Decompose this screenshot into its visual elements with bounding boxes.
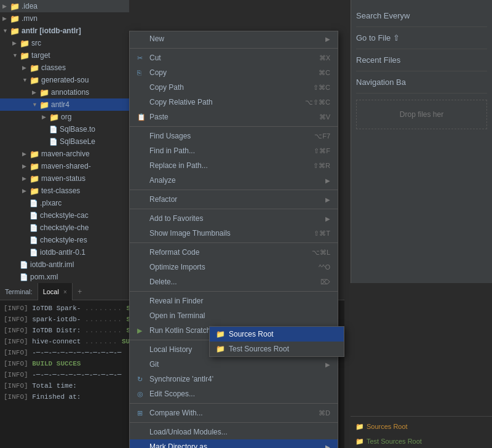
tree-pomxml[interactable]: ▶ 📄 pom.xml bbox=[0, 271, 129, 283]
menu-local-history-label: Local History bbox=[149, 345, 192, 354]
tree-src[interactable]: ▶ 📁 src bbox=[0, 37, 129, 49]
tree-maven-shared[interactable]: ▶ 📁 maven-shared- bbox=[0, 160, 129, 172]
menu-find-path[interactable]: Find in Path... ⇧⌘F bbox=[130, 143, 338, 158]
tree-antlr4-label: antlr4 bbox=[51, 100, 69, 109]
menu-compare[interactable]: ⊞ Compare With... ⌘D bbox=[130, 406, 338, 420]
submenu-sources-root[interactable]: 📁 Sources Root bbox=[210, 327, 344, 342]
menu-paste[interactable]: 📋 Paste ⌘V bbox=[130, 110, 338, 124]
copy-path-shortcut: ⇧⌘C bbox=[313, 84, 330, 92]
menu-mark-directory[interactable]: Mark Directory as ▶ bbox=[130, 439, 338, 448]
tree-plxarc[interactable]: ▶ 📄 .plxarc bbox=[0, 197, 129, 209]
local-tab-label: Local bbox=[43, 288, 59, 295]
menu-replace-path-label: Replace in Path... bbox=[149, 161, 208, 170]
tree-annotations[interactable]: ▶ 📁 annotations bbox=[0, 86, 129, 98]
tree-test-classes[interactable]: ▶ 📁 test-classes bbox=[0, 185, 129, 197]
sources-root-icon: 📁 bbox=[355, 423, 364, 431]
menu-reformat-label: Reformat Code bbox=[149, 248, 199, 257]
menu-copy[interactable]: ⎘ Copy ⌘C bbox=[130, 65, 338, 80]
menu-reveal-finder[interactable]: Reveal in Finder bbox=[130, 294, 338, 308]
menu-find-usages-label: Find Usages bbox=[149, 132, 191, 140]
tree-sqlbase-to[interactable]: ▶ 📄 SqlBase.to bbox=[0, 123, 129, 135]
separator-3 bbox=[130, 190, 338, 190]
tree-iotdb-antlr[interactable]: ▶ 📄 iotdb-antlr-0.1 bbox=[0, 246, 129, 258]
tree-target[interactable]: ▼ 📁 target bbox=[0, 49, 129, 62]
tree-annotations-label: annotations bbox=[51, 88, 89, 97]
tree-checkstyle-cac-label: checkstyle-cac bbox=[40, 211, 89, 220]
tree-antlr4[interactable]: ▼ 📁 antlr4 bbox=[0, 98, 129, 111]
menu-run-kotlin-label: Run Kotlin Scratch bbox=[149, 326, 210, 335]
menu-delete[interactable]: Delete... ⌦ bbox=[130, 274, 338, 289]
menu-replace-path[interactable]: Replace in Path... ⇧⌘R bbox=[130, 158, 338, 173]
tree-antlr-module[interactable]: ▼ 📁 antlr [iotdb-antlr] bbox=[0, 25, 129, 37]
paste-icon: 📋 bbox=[137, 113, 149, 121]
tree-org[interactable]: ▶ 📁 org bbox=[0, 111, 129, 123]
tab-close-icon[interactable]: × bbox=[63, 289, 67, 295]
goto-file-label: Go to File ⇧ bbox=[356, 33, 400, 42]
recent-files-item[interactable]: Recent Files bbox=[356, 49, 487, 71]
tree-maven-status[interactable]: ▶ 📁 maven-status bbox=[0, 172, 129, 185]
menu-analyze[interactable]: Analyze ▶ bbox=[130, 173, 338, 188]
menu-new[interactable]: New ▶ bbox=[130, 31, 338, 46]
menu-cut[interactable]: ✂ Cut ⌘X bbox=[130, 50, 338, 65]
tree-sqlbasele-label: SqlBaseLe bbox=[60, 137, 95, 146]
replace-path-shortcut: ⇧⌘R bbox=[313, 162, 330, 170]
tree-maven-archive[interactable]: ▶ 📁 maven-archive bbox=[0, 148, 129, 160]
tree-generated[interactable]: ▼ 📁 generated-sou bbox=[0, 74, 129, 86]
menu-refactor[interactable]: Refactor ▶ bbox=[130, 192, 338, 207]
tree-checkstyle-che[interactable]: ▶ 📄 checkstyle-che bbox=[0, 222, 129, 234]
goto-file-item[interactable]: Go to File ⇧ bbox=[356, 27, 487, 49]
tree-iotdb-antlr-label: iotdb-antlr-0.1 bbox=[40, 248, 85, 257]
menu-find-usages[interactable]: Find Usages ⌥F7 bbox=[130, 129, 338, 143]
thumbnails-shortcut: ⇧⌘T bbox=[314, 230, 330, 238]
test-sources-root-icon: 📁 bbox=[355, 438, 364, 446]
menu-add-favorites[interactable]: Add to Favorites ▶ bbox=[130, 211, 338, 226]
mark-directory-submenu: 📁 Sources Root 📁 Test Sources Root bbox=[209, 326, 344, 357]
menu-load-modules[interactable]: Load/Unload Modules... bbox=[130, 425, 338, 439]
menu-copy-label: Copy bbox=[149, 68, 167, 77]
tree-org-label: org bbox=[61, 113, 71, 121]
menu-new-label: New bbox=[149, 34, 164, 43]
search-everywhere-item[interactable]: Search Everyw bbox=[356, 5, 487, 27]
tree-classes[interactable]: ▶ 📁 classes bbox=[0, 62, 129, 74]
tree-mvn[interactable]: ▶ 📁 .mvn bbox=[0, 12, 129, 25]
test-sources-root-text: Test Sources Root bbox=[367, 438, 422, 445]
menu-reformat[interactable]: Reformat Code ⌥⌘L bbox=[130, 245, 338, 260]
tree-checkstyle-cac[interactable]: ▶ 📄 checkstyle-cac bbox=[0, 209, 129, 222]
menu-show-thumbnails[interactable]: Show Image Thumbnails ⇧⌘T bbox=[130, 226, 338, 241]
sync-icon: ↻ bbox=[137, 375, 149, 383]
menu-copy-path[interactable]: Copy Path ⇧⌘C bbox=[130, 80, 338, 95]
menu-optimize[interactable]: Optimize Imports ^^O bbox=[130, 260, 338, 274]
favorites-arrow: ▶ bbox=[325, 215, 330, 222]
tree-checkstyle-res[interactable]: ▶ 📄 checkstyle-res bbox=[0, 234, 129, 246]
menu-copy-relative[interactable]: Copy Relative Path ⌥⇧⌘C bbox=[130, 95, 338, 110]
terminal-tab-label: Terminal: bbox=[0, 283, 38, 300]
menu-reveal-finder-label: Reveal in Finder bbox=[149, 297, 203, 305]
menu-git-label: Git bbox=[149, 360, 159, 369]
tree-sqlbasele[interactable]: ▶ 📄 SqlBaseLe bbox=[0, 135, 129, 148]
search-everywhere-label: Search Everyw bbox=[356, 11, 410, 20]
terminal-tab-local[interactable]: Local × bbox=[38, 283, 73, 300]
delete-shortcut: ⌦ bbox=[320, 278, 330, 286]
menu-mark-directory-label: Mark Directory as bbox=[149, 442, 207, 448]
submenu-sources-root-label: Sources Root bbox=[229, 330, 274, 338]
tree-checkstyle-che-label: checkstyle-che bbox=[40, 223, 89, 232]
menu-open-terminal[interactable]: Open in Terminal bbox=[130, 308, 338, 323]
test-sources-root-row: 📁 Test Sources Root bbox=[355, 434, 487, 448]
menu-edit-scopes[interactable]: ◎ Edit Scopes... bbox=[130, 386, 338, 401]
tree-idea[interactable]: ▶ 📁 .idea bbox=[0, 0, 129, 12]
navigation-bar-item[interactable]: Navigation Ba bbox=[356, 71, 487, 94]
menu-synchronize-label: Synchronize 'antlr4' bbox=[149, 375, 213, 383]
tree-sqlbase-to-label: SqlBase.to bbox=[60, 125, 95, 134]
tree-iml[interactable]: ▶ 📄 iotdb-antlr.iml bbox=[0, 258, 129, 271]
menu-synchronize[interactable]: ↻ Synchronize 'antlr4' bbox=[130, 372, 338, 386]
submenu-test-sources-root[interactable]: 📁 Test Sources Root bbox=[210, 342, 344, 356]
menu-git[interactable]: Git ▶ bbox=[130, 357, 338, 372]
tree-maven-archive-label: maven-archive bbox=[41, 150, 90, 158]
sources-root-row: 📁 Sources Root bbox=[355, 419, 487, 434]
cut-icon: ✂ bbox=[137, 54, 149, 62]
compare-icon: ⊞ bbox=[137, 409, 149, 417]
tab-add-button[interactable]: + bbox=[73, 287, 87, 296]
paste-shortcut: ⌘V bbox=[319, 113, 330, 121]
tree-target-label: target bbox=[31, 51, 50, 60]
separator-1 bbox=[130, 48, 338, 49]
